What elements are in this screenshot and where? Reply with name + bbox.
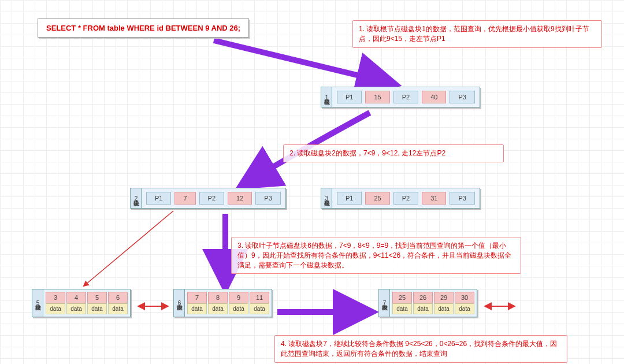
key: 25: [365, 192, 389, 205]
leaf-data: data: [108, 303, 128, 314]
leaf-data: data: [413, 303, 433, 314]
leaf-key: 5: [87, 292, 107, 303]
disk-block-6: 磁盘块6 7 8 9 11 data data data data: [173, 289, 272, 317]
key: 31: [422, 192, 446, 205]
leaf-data: data: [187, 303, 207, 314]
pointer-p3: P3: [450, 192, 474, 205]
block-label: 磁盘块6: [174, 289, 185, 317]
pointer-p1: P1: [337, 91, 362, 103]
pointer-p3: P3: [450, 91, 474, 103]
key: 12: [228, 192, 252, 205]
note-4: 4. 读取磁盘块7，继续比较符合条件数据 9<25<26，0<26=26，找到符…: [274, 335, 567, 363]
block-label: 磁盘块7: [379, 289, 390, 317]
block-label: 磁盘块2: [131, 188, 142, 208]
leaf-key: 4: [66, 292, 86, 303]
leaf-key: 25: [392, 292, 412, 303]
note-3: 3. 读取叶子节点磁盘块6的数据，7<9，8<9，9=9，找到当前范围查询的第一…: [231, 237, 521, 274]
block-label: 磁盘块3: [321, 188, 332, 208]
note-1: 1. 读取根节点磁盘块1的数据，范围查询，优先根据最小值获取9找到叶子节点，因此…: [352, 20, 602, 48]
disk-block-1: 磁盘块1 P1 15 P2 40 P3: [321, 87, 480, 107]
leaf-key: 3: [46, 292, 65, 303]
leaf-key: 29: [434, 292, 454, 303]
disk-block-3: 磁盘块3 P1 25 P2 31 P3: [321, 188, 480, 209]
pointer-p2: P2: [393, 192, 418, 205]
leaf-key: 30: [455, 292, 474, 303]
leaf-key: 6: [108, 292, 128, 303]
pointer-p1: P1: [337, 192, 362, 205]
leaf-data: data: [455, 303, 474, 314]
pointer-p2: P2: [393, 91, 418, 103]
key: 15: [365, 91, 389, 103]
leaf-key: 9: [229, 292, 248, 303]
leaf-data: data: [250, 303, 269, 314]
leaf-data: data: [66, 303, 86, 314]
leaf-key: 7: [187, 292, 207, 303]
leaf-key: 11: [250, 292, 269, 303]
sql-query-box: SELECT * FROM table WHERE id BETWEEN 9 A…: [38, 18, 249, 38]
note-2: 2. 读取磁盘块2的数据，7<9，9<12, 走12左节点P2: [283, 144, 504, 162]
sql-text: SELECT * FROM table WHERE id BETWEEN 9 A…: [46, 24, 240, 32]
disk-block-5: 磁盘块5 3 4 5 6 data data data data: [32, 289, 131, 317]
leaf-data: data: [434, 303, 454, 314]
key: 7: [174, 192, 195, 205]
pointer-p2: P2: [199, 192, 224, 205]
leaf-key: 26: [413, 292, 433, 303]
svg-line-3: [84, 211, 173, 286]
diagram-canvas: SELECT * FROM table WHERE id BETWEEN 9 A…: [0, 0, 624, 364]
disk-block-7: 磁盘块7 25 26 29 30 data data data data: [378, 289, 477, 317]
disk-block-2: 磁盘块2 P1 7 P2 12 P3: [130, 188, 286, 209]
key: 40: [422, 91, 446, 103]
leaf-data: data: [392, 303, 412, 314]
leaf-data: data: [87, 303, 107, 314]
leaf-data: data: [208, 303, 228, 314]
block-label: 磁盘块1: [321, 87, 332, 107]
leaf-key: 8: [208, 292, 228, 303]
block-label: 磁盘块5: [32, 289, 43, 317]
pointer-p3: P3: [255, 192, 280, 205]
leaf-data: data: [229, 303, 248, 314]
pointer-p1: P1: [146, 192, 171, 205]
leaf-data: data: [46, 303, 65, 314]
